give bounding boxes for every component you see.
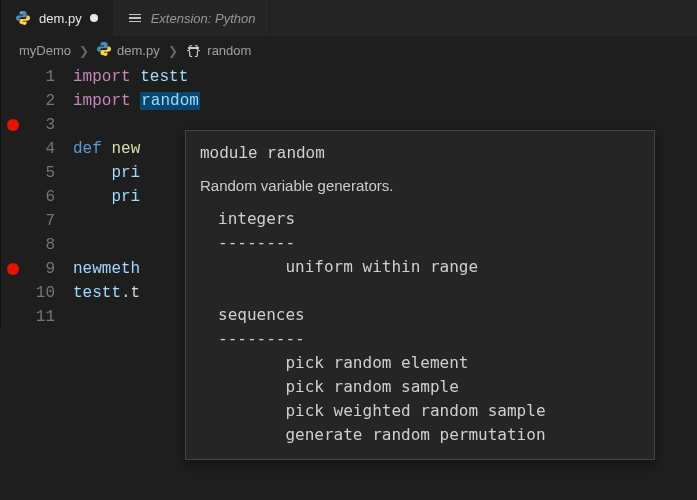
hover-description: Random variable generators. (200, 173, 640, 199)
token (102, 140, 112, 158)
chevron-right-icon: ❯ (79, 44, 89, 58)
line-number: 5 (25, 161, 55, 185)
token: import (73, 92, 131, 110)
tab-bar: dem.py Extension: Python (0, 0, 697, 36)
token (131, 68, 141, 86)
token: testt (140, 68, 188, 86)
token: .t (121, 284, 140, 302)
breadcrumb-item-file[interactable]: dem.py (97, 42, 160, 59)
code-line[interactable]: import testt (73, 65, 697, 89)
token (73, 188, 111, 206)
breakpoint-icon[interactable] (7, 119, 19, 131)
breadcrumb-label: random (207, 43, 251, 58)
unsaved-indicator-icon (90, 14, 98, 22)
breadcrumb-item-folder[interactable]: myDemo (19, 43, 71, 58)
chevron-right-icon: ❯ (168, 44, 178, 58)
token: def (73, 140, 102, 158)
token: pri (111, 188, 140, 206)
line-number: 2 (25, 89, 55, 113)
token: import (73, 68, 131, 86)
tab-label: dem.py (39, 11, 82, 26)
namespace-icon: {} (186, 43, 202, 58)
line-number: 6 (25, 185, 55, 209)
line-number: 3 (25, 113, 55, 137)
breadcrumb-label: dem.py (117, 43, 160, 58)
python-icon (97, 42, 111, 59)
hover-signature: module random (200, 141, 640, 167)
code-line[interactable]: import random (73, 89, 697, 113)
line-number: 7 (25, 209, 55, 233)
token: new (111, 140, 140, 158)
token: newmeth (73, 260, 140, 278)
line-number: 10 (25, 281, 55, 305)
list-icon (127, 10, 143, 26)
line-number: 4 (25, 137, 55, 161)
breadcrumb: myDemo ❯ dem.py ❯ {} random (0, 36, 697, 65)
token: random (140, 92, 200, 110)
line-number: 1 (25, 65, 55, 89)
line-number-gutter: 1234567891011 (25, 65, 73, 329)
token (131, 92, 141, 110)
line-number: 9 (25, 257, 55, 281)
token: testt (73, 284, 121, 302)
tab-dem-py[interactable]: dem.py (1, 0, 113, 36)
tab-label: Extension: Python (151, 11, 256, 26)
tab-extension-python[interactable]: Extension: Python (113, 0, 271, 36)
hover-tooltip: module random Random variable generators… (185, 130, 655, 460)
svg-point-1 (24, 23, 25, 24)
hover-body: integers -------- uniform within range s… (218, 207, 640, 447)
line-number: 8 (25, 233, 55, 257)
breadcrumb-item-symbol[interactable]: {} random (186, 43, 252, 58)
token: pri (111, 164, 140, 182)
breadcrumb-label: myDemo (19, 43, 71, 58)
svg-point-0 (21, 12, 22, 13)
line-number: 11 (25, 305, 55, 329)
glyph-margin[interactable] (1, 65, 25, 329)
token (73, 164, 111, 182)
python-icon (15, 10, 31, 26)
breakpoint-icon[interactable] (7, 263, 19, 275)
